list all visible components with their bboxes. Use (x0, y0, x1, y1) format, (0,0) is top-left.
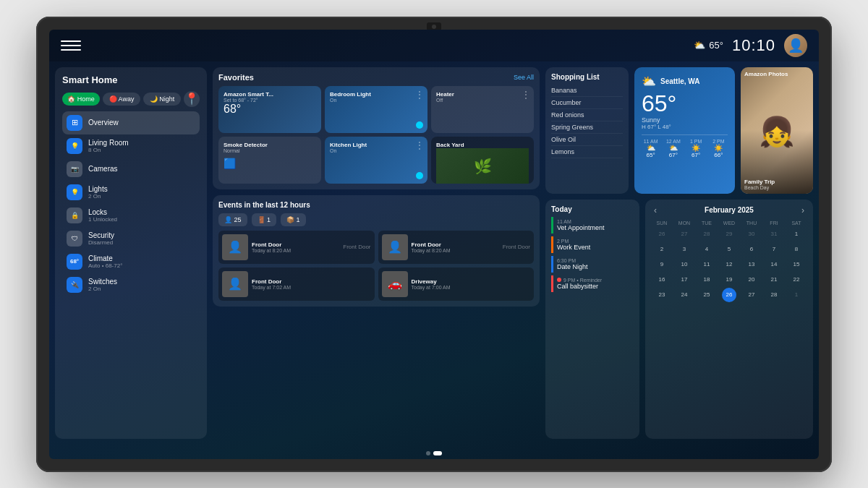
cal-day[interactable]: 21 (767, 273, 781, 287)
cal-day[interactable]: 10 (677, 257, 692, 272)
living-room-icon: 💡 (67, 138, 82, 154)
shopping-item-lemons[interactable]: Lemons (551, 146, 623, 158)
cal-day[interactable]: 15 (789, 257, 804, 272)
shopping-item-olive-oil[interactable]: Olive Oil (551, 134, 623, 146)
cal-day[interactable]: 30 (744, 227, 759, 241)
cal-day[interactable]: 24 (677, 288, 692, 302)
cal-next-btn[interactable]: › (799, 205, 807, 215)
event-driveway[interactable]: 🚗 Driveway Today at 7:00 AM (378, 267, 535, 301)
more-icon[interactable]: ⋮ (522, 90, 530, 100)
cal-day[interactable]: 2 (655, 242, 669, 257)
menu-button[interactable] (61, 35, 81, 56)
nav-lights[interactable]: 💡 Lights 2 On (62, 181, 200, 204)
more-icon[interactable]: ⋮ (415, 140, 424, 150)
bedroom-light-sub: On (330, 98, 422, 103)
event-info: Front Door Today at 7:02 AM (252, 278, 371, 290)
event-front-door-2[interactable]: 👤 Front Door Today at 8:20 AM Front Door (378, 231, 535, 264)
cal-day[interactable]: 14 (767, 257, 781, 272)
forecast-time: 1 PM (687, 139, 705, 144)
cal-day[interactable]: 20 (744, 273, 759, 287)
shopping-item-spring-greens[interactable]: Spring Greens (551, 121, 623, 134)
see-all-button[interactable]: See All (514, 74, 534, 81)
main-content: Smart Home 🏠 Home 🔴 Away 🌙 Night 📍 ⊞ Ove… (49, 61, 819, 445)
dot-2[interactable] (433, 451, 442, 455)
heater-name: Heater (436, 91, 529, 98)
mode-home[interactable]: 🏠 Home (62, 93, 100, 106)
heater-sub: Off (436, 98, 529, 103)
cal-day[interactable]: 6 (744, 242, 759, 257)
cal-day[interactable]: 28 (767, 288, 781, 302)
cal-day[interactable]: 4 (699, 242, 714, 257)
nav-cameras[interactable]: 📷 Cameras (62, 158, 200, 181)
forecast-temp: 67° (687, 152, 705, 158)
shopping-item-cucumber[interactable]: Cucumber (551, 97, 623, 109)
cal-day[interactable]: 29 (722, 227, 736, 241)
event-name: Front Door (252, 278, 371, 285)
cal-day[interactable]: 5 (722, 242, 736, 257)
sched-date[interactable]: 6:30 PM Date Night (551, 256, 634, 273)
shopping-title: Shopping List (551, 73, 623, 81)
device-backyard-cam[interactable]: Back Yard 🌿 (431, 137, 534, 184)
cal-day[interactable]: 22 (789, 273, 804, 287)
kitchen-sub: On (330, 148, 422, 153)
device-bedroom-light[interactable]: Bedroom Light On ⋮ (325, 86, 427, 133)
device-smoke-detector[interactable]: Smoke Detector Normal 🟦 (218, 137, 321, 184)
cal-day[interactable]: 31 (767, 227, 781, 241)
cal-day[interactable]: 18 (699, 273, 714, 287)
cal-day-today[interactable]: 26 (722, 288, 736, 302)
cal-day[interactable]: 11 (699, 257, 714, 272)
cal-day[interactable]: 25 (699, 288, 714, 302)
forecast-icon: ☀️ (687, 144, 705, 152)
nav-overview[interactable]: ⊞ Overview (62, 111, 200, 134)
dot-1[interactable] (426, 451, 430, 455)
user-avatar[interactable]: 👤 (784, 34, 807, 57)
forecast-time: 11 AM (642, 139, 660, 144)
cal-day[interactable]: 1 (789, 227, 804, 241)
cal-day[interactable]: 9 (655, 257, 669, 272)
cal-day[interactable]: 26 (655, 227, 669, 241)
sched-work[interactable]: 2 PM Work Event (551, 236, 634, 253)
cal-day[interactable]: 27 (744, 288, 759, 302)
locks-icon: 🔒 (67, 207, 82, 223)
cal-day[interactable]: 19 (722, 273, 736, 287)
smoke-name: Smoke Detector (224, 142, 316, 148)
nav-security[interactable]: 🛡 Security Disarmed (62, 227, 200, 250)
status-temp: 65° (709, 40, 723, 51)
cal-day[interactable]: 23 (655, 288, 669, 302)
mode-away[interactable]: 🔴 Away (103, 93, 140, 106)
photos-widget[interactable]: Amazon Photos Family Trip Beach Day (741, 67, 813, 194)
more-icon[interactable]: ⋮ (415, 90, 424, 100)
cal-prev-btn[interactable]: ‹ (651, 205, 660, 215)
cal-day[interactable]: 28 (699, 227, 714, 241)
event-front-door-3[interactable]: 👤 Front Door Today at 7:02 AM (218, 267, 375, 301)
cal-day[interactable]: 17 (677, 273, 692, 287)
nav-living-room[interactable]: 💡 Living Room 8 On (62, 134, 200, 158)
mode-night[interactable]: 🌙 Night (143, 93, 181, 106)
shopping-item-bananas[interactable]: Bananas (551, 85, 623, 97)
cal-day[interactable]: 13 (744, 257, 759, 272)
favorites-section: Favorites See All Amazon Smart T... Set … (213, 67, 540, 189)
cal-day[interactable]: 1 (789, 288, 804, 302)
cal-day[interactable]: 27 (677, 227, 692, 241)
cal-day[interactable]: 16 (655, 273, 669, 287)
shopping-item-red-onions[interactable]: Red onions (551, 109, 623, 121)
device-heater[interactable]: Heater Off ⋮ (431, 86, 534, 133)
nav-switches[interactable]: 🔌 Switches 2 On (62, 273, 200, 296)
event-info: Driveway Today at 7:00 AM (412, 278, 531, 290)
event-front-door-1[interactable]: 👤 Front Door Today at 8:20 AM Front Door (218, 231, 375, 264)
cal-header-tue: TUE (696, 220, 718, 226)
cal-day[interactable]: 12 (722, 257, 736, 272)
climate-icon: 68° (67, 254, 82, 270)
sched-reminder[interactable]: 9 PM • Reminder Call babysitter (551, 275, 634, 292)
device-thermostat[interactable]: Amazon Smart T... Set to 68° - 72° 68° (218, 86, 321, 133)
nav-climate[interactable]: 68° Climate Auto • 68-72° (62, 250, 200, 273)
sched-vet[interactable]: 11 AM Vet Appointment (551, 217, 634, 234)
nav-locks[interactable]: 🔒 Locks 1 Unlocked (62, 204, 200, 227)
cal-day[interactable]: 8 (789, 242, 804, 257)
location-button[interactable]: 📍 (184, 91, 200, 107)
smart-home-panel: Smart Home 🏠 Home 🔴 Away 🌙 Night 📍 ⊞ Ove… (55, 67, 207, 439)
cal-day[interactable]: 7 (767, 242, 781, 257)
device-kitchen-light[interactable]: Kitchen Light On ⋮ (325, 137, 427, 184)
weather-location: Seattle, WA (660, 77, 699, 85)
cal-day[interactable]: 3 (677, 242, 692, 257)
